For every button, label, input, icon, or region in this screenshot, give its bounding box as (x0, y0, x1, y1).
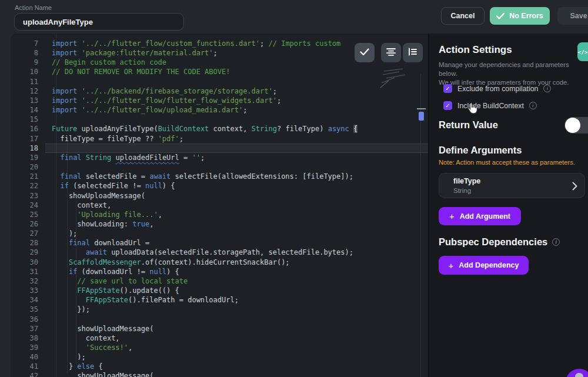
exclude-from-compilation-row: ✓ Exclude from compilation i (443, 84, 551, 93)
indent-code-button[interactable] (403, 43, 423, 62)
line-number: 33 (11, 286, 45, 295)
line-number: 21 (11, 172, 45, 181)
code-line-31[interactable]: 31 if (downloadUrl != null) { (11, 267, 428, 276)
define-arguments-note: Note: Action must accept these as parame… (439, 159, 575, 166)
define-arguments-title: Define Arguments (439, 145, 522, 156)
code-line-34[interactable]: 34 FFAppState().filePath = downloadUrl; (11, 295, 428, 305)
format-align-icon (386, 47, 396, 59)
line-number: 16 (11, 124, 45, 134)
code-line-18[interactable]: 18 (11, 144, 428, 153)
info-icon[interactable]: i (543, 85, 551, 92)
code-line-17[interactable]: 17 fileType = fileType ?? 'pdf'; (11, 134, 428, 144)
code-line-20[interactable]: 20 (11, 162, 428, 172)
code-line-10[interactable]: 10// DO NOT REMOVE OR MODIFY THE CODE AB… (11, 67, 428, 76)
pubspec-title-text: Pubspec Dependencies (439, 236, 547, 248)
plus-icon: + (449, 261, 454, 271)
code-line-12[interactable]: 12import '../../backend/firebase_storage… (11, 86, 428, 96)
info-icon[interactable]: i (529, 102, 537, 109)
code-line-32[interactable]: 32 // save url to local state (11, 276, 428, 286)
code-line-39[interactable]: 39 'Success!', (11, 343, 428, 352)
code-line-16[interactable]: 16Future uploadAnyFileType(BuildContext … (11, 124, 428, 134)
code-line-30[interactable]: 30 ScaffoldMessenger.of(context).hideCur… (11, 258, 428, 267)
indent-icon (408, 47, 417, 59)
code-line-36[interactable]: 36 (11, 315, 428, 324)
add-dependency-button[interactable]: + Add Dependency (439, 256, 529, 275)
line-number: 27 (11, 229, 45, 238)
code-line-35[interactable]: 35 }); (11, 305, 428, 314)
scrollbar-thumb[interactable] (419, 112, 424, 121)
line-number: 8 (11, 48, 45, 58)
check-icon (496, 13, 505, 19)
line-number: 17 (11, 134, 45, 144)
code-line-14[interactable]: 14import '../../flutter_flow/upload_medi… (11, 105, 428, 115)
line-number: 37 (11, 324, 45, 333)
exclude-from-compilation-label: Exclude from compilation (457, 85, 538, 93)
line-number: 23 (11, 191, 45, 201)
code-editor[interactable]: 7import '../../flutter_flow/custom_funct… (11, 34, 428, 377)
add-argument-label: Add Argument (460, 212, 510, 221)
action-settings-panel: Action Settings </> Manage your dependen… (428, 34, 588, 377)
code-line-27[interactable]: 27 ); (11, 229, 428, 238)
add-dependency-label: Add Dependency (459, 261, 519, 269)
line-number: 41 (11, 362, 45, 371)
action-name-input[interactable] (14, 13, 184, 31)
line-number: 38 (11, 333, 45, 343)
code-line-22[interactable]: 22 if (selectedFile != null) { (11, 181, 428, 191)
code-line-21[interactable]: 21 final selectedFile = await selectFile… (11, 172, 428, 181)
line-number: 7 (11, 39, 45, 48)
fab-avatar (575, 373, 583, 377)
code-line-41[interactable]: 41 } else { (11, 362, 428, 371)
line-number: 12 (11, 86, 45, 96)
code-line-37[interactable]: 37 showUploadMessage( (11, 324, 428, 333)
code-line-23[interactable]: 23 showUploadMessage( (11, 191, 428, 201)
include-buildcontext-row: ✓ Include BuildContext i (443, 101, 537, 110)
argument-type: String (453, 187, 471, 194)
mouse-cursor-icon (466, 102, 479, 118)
code-line-38[interactable]: 38 context, (11, 333, 428, 343)
line-number: 29 (11, 248, 45, 257)
code-line-11[interactable]: 11 (11, 77, 428, 86)
code-line-15[interactable]: 15 (11, 115, 428, 124)
line-number: 20 (11, 162, 45, 172)
argument-item-filetype[interactable]: fileType String (439, 173, 585, 198)
code-line-28[interactable]: 28 final downloadUrl = (11, 238, 428, 248)
line-number: 19 (11, 153, 45, 162)
line-number: 10 (11, 67, 45, 76)
toggle-knob (565, 118, 580, 133)
include-buildcontext-checkbox[interactable]: ✓ (443, 101, 452, 110)
no-errors-button[interactable]: No Errors (490, 7, 550, 25)
return-value-toggle[interactable] (564, 117, 588, 134)
code-line-26[interactable]: 26 showLoading: true, (11, 219, 428, 229)
code-line-25[interactable]: 25 'Uploading file...', (11, 210, 428, 219)
line-number: 34 (11, 295, 45, 305)
minimap-thumbnail (377, 68, 412, 95)
line-number: 26 (11, 219, 45, 229)
pubspec-dependencies-title: Pubspec Dependencies i (439, 236, 560, 248)
cancel-button[interactable]: Cancel (441, 7, 485, 25)
code-line-29[interactable]: 29 await uploadData(selectedFile.storage… (11, 248, 428, 257)
check-code-button[interactable] (355, 43, 375, 62)
line-number: 42 (11, 371, 45, 377)
line-number: 24 (11, 201, 45, 210)
no-errors-label: No Errors (509, 12, 543, 20)
code-line-33[interactable]: 33 FFAppState().update(() { (11, 286, 428, 295)
code-line-42[interactable]: 42 showUploadMessage( (11, 371, 428, 377)
save-button[interactable]: Save (557, 7, 588, 25)
exclude-from-compilation-checkbox[interactable]: ✓ (443, 84, 452, 93)
code-line-13[interactable]: 13import '../../flutter_flow/flutter_flo… (11, 96, 428, 105)
line-number: 11 (11, 77, 45, 86)
code-view-toggle-button[interactable]: </> (577, 42, 588, 61)
add-argument-button[interactable]: + Add Argument (439, 207, 521, 225)
format-code-button[interactable] (381, 43, 401, 62)
line-number: 22 (11, 181, 45, 191)
line-number: 36 (11, 315, 45, 324)
argument-name: fileType (453, 177, 480, 185)
code-line-19[interactable]: 19 final String uploadedFileUrl = ''; (11, 153, 428, 162)
info-icon[interactable]: i (552, 238, 560, 246)
code-line-24[interactable]: 24 context, (11, 201, 428, 210)
panel-description-line1: Manage your dependencies and parameters … (439, 61, 588, 78)
line-number: 28 (11, 238, 45, 248)
code-line-40[interactable]: 40 ); (11, 352, 428, 362)
return-value-title: Return Value (439, 119, 498, 131)
code-lines[interactable]: 7import '../../flutter_flow/custom_funct… (11, 39, 428, 377)
